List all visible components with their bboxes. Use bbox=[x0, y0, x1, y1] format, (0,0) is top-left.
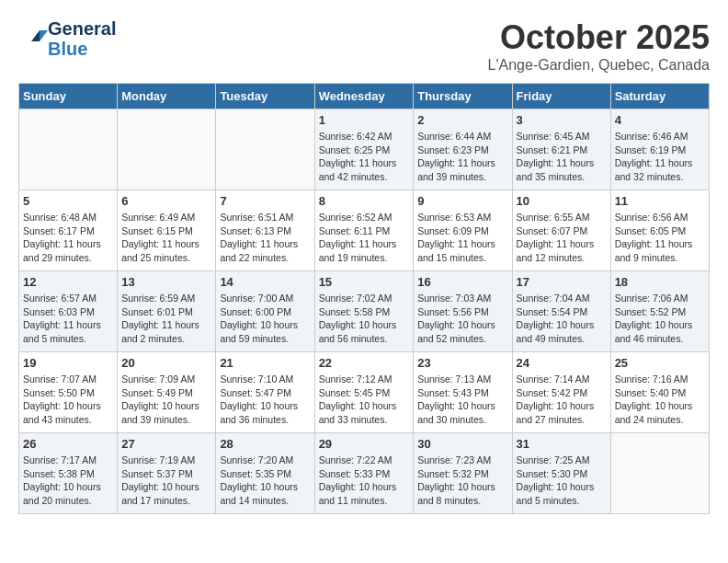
calendar-week-1: 1Sunrise: 6:42 AM Sunset: 6:25 PM Daylig… bbox=[19, 109, 710, 190]
calendar-cell: 26Sunrise: 7:17 AM Sunset: 5:38 PM Dayli… bbox=[19, 433, 118, 514]
weekday-header-sunday: Sunday bbox=[19, 84, 118, 109]
day-number: 6 bbox=[121, 194, 211, 208]
weekday-header-monday: Monday bbox=[118, 84, 216, 109]
day-info: Sunrise: 6:59 AM Sunset: 6:01 PM Dayligh… bbox=[121, 292, 211, 346]
calendar-cell: 8Sunrise: 6:52 AM Sunset: 6:11 PM Daylig… bbox=[314, 190, 414, 271]
calendar-cell: 10Sunrise: 6:55 AM Sunset: 6:07 PM Dayli… bbox=[512, 190, 610, 271]
day-info: Sunrise: 6:45 AM Sunset: 6:21 PM Dayligh… bbox=[517, 130, 607, 184]
calendar-cell: 16Sunrise: 7:03 AM Sunset: 5:56 PM Dayli… bbox=[414, 271, 512, 352]
day-info: Sunrise: 7:20 AM Sunset: 5:35 PM Dayligh… bbox=[220, 454, 310, 508]
calendar-cell: 1Sunrise: 6:42 AM Sunset: 6:25 PM Daylig… bbox=[314, 109, 414, 190]
calendar-cell: 29Sunrise: 7:22 AM Sunset: 5:33 PM Dayli… bbox=[314, 433, 414, 514]
calendar-cell: 14Sunrise: 7:00 AM Sunset: 6:00 PM Dayli… bbox=[216, 271, 314, 352]
logo-text-line2: Blue bbox=[48, 39, 116, 59]
day-number: 7 bbox=[220, 194, 310, 208]
calendar-cell: 6Sunrise: 6:49 AM Sunset: 6:15 PM Daylig… bbox=[118, 190, 216, 271]
day-info: Sunrise: 7:22 AM Sunset: 5:33 PM Dayligh… bbox=[319, 454, 410, 508]
calendar-cell: 21Sunrise: 7:10 AM Sunset: 5:47 PM Dayli… bbox=[216, 352, 314, 433]
day-number: 23 bbox=[417, 356, 507, 370]
day-number: 13 bbox=[121, 275, 211, 289]
logo-icon bbox=[20, 25, 48, 52]
day-info: Sunrise: 6:42 AM Sunset: 6:25 PM Dayligh… bbox=[319, 130, 410, 184]
calendar-cell bbox=[118, 109, 216, 190]
day-number: 3 bbox=[517, 113, 607, 127]
day-number: 26 bbox=[23, 437, 113, 451]
day-number: 28 bbox=[220, 437, 310, 451]
day-info: Sunrise: 7:04 AM Sunset: 5:54 PM Dayligh… bbox=[517, 292, 607, 346]
calendar-cell bbox=[610, 433, 709, 514]
day-number: 17 bbox=[517, 275, 607, 289]
calendar-cell bbox=[216, 109, 314, 190]
day-number: 21 bbox=[220, 356, 310, 370]
calendar-week-2: 5Sunrise: 6:48 AM Sunset: 6:17 PM Daylig… bbox=[19, 190, 710, 271]
calendar-cell: 12Sunrise: 6:57 AM Sunset: 6:03 PM Dayli… bbox=[19, 271, 118, 352]
day-number: 31 bbox=[517, 437, 607, 451]
svg-marker-1 bbox=[31, 30, 40, 41]
day-number: 2 bbox=[417, 113, 507, 127]
day-number: 22 bbox=[319, 356, 410, 370]
day-info: Sunrise: 7:16 AM Sunset: 5:40 PM Dayligh… bbox=[615, 373, 705, 427]
day-info: Sunrise: 6:57 AM Sunset: 6:03 PM Dayligh… bbox=[23, 292, 113, 346]
location-subtitle: L'Ange-Gardien, Quebec, Canada bbox=[488, 57, 710, 74]
day-info: Sunrise: 6:46 AM Sunset: 6:19 PM Dayligh… bbox=[615, 130, 705, 184]
calendar-table: SundayMondayTuesdayWednesdayThursdayFrid… bbox=[18, 83, 710, 514]
day-number: 8 bbox=[319, 194, 410, 208]
day-number: 29 bbox=[319, 437, 410, 451]
day-number: 18 bbox=[615, 275, 705, 289]
calendar-cell: 7Sunrise: 6:51 AM Sunset: 6:13 PM Daylig… bbox=[216, 190, 314, 271]
logo: General Blue bbox=[18, 18, 116, 59]
day-info: Sunrise: 6:48 AM Sunset: 6:17 PM Dayligh… bbox=[23, 211, 113, 265]
day-info: Sunrise: 7:02 AM Sunset: 5:58 PM Dayligh… bbox=[319, 292, 410, 346]
day-number: 12 bbox=[23, 275, 113, 289]
day-number: 27 bbox=[121, 437, 211, 451]
day-number: 4 bbox=[615, 113, 705, 127]
day-info: Sunrise: 7:19 AM Sunset: 5:37 PM Dayligh… bbox=[121, 454, 211, 508]
calendar-cell: 30Sunrise: 7:23 AM Sunset: 5:32 PM Dayli… bbox=[414, 433, 512, 514]
calendar-week-3: 12Sunrise: 6:57 AM Sunset: 6:03 PM Dayli… bbox=[19, 271, 710, 352]
calendar-cell: 25Sunrise: 7:16 AM Sunset: 5:40 PM Dayli… bbox=[610, 352, 709, 433]
day-number: 11 bbox=[615, 194, 705, 208]
day-info: Sunrise: 7:12 AM Sunset: 5:45 PM Dayligh… bbox=[319, 373, 410, 427]
day-info: Sunrise: 7:00 AM Sunset: 6:00 PM Dayligh… bbox=[220, 292, 310, 346]
title-area: October 2025 L'Ange-Gardien, Quebec, Can… bbox=[488, 18, 710, 74]
calendar-cell: 11Sunrise: 6:56 AM Sunset: 6:05 PM Dayli… bbox=[610, 190, 709, 271]
svg-marker-0 bbox=[40, 30, 48, 41]
day-number: 15 bbox=[319, 275, 410, 289]
day-info: Sunrise: 7:07 AM Sunset: 5:50 PM Dayligh… bbox=[23, 373, 113, 427]
calendar-cell: 4Sunrise: 6:46 AM Sunset: 6:19 PM Daylig… bbox=[610, 109, 709, 190]
weekday-header-thursday: Thursday bbox=[414, 84, 512, 109]
calendar-cell: 3Sunrise: 6:45 AM Sunset: 6:21 PM Daylig… bbox=[512, 109, 610, 190]
calendar-cell: 17Sunrise: 7:04 AM Sunset: 5:54 PM Dayli… bbox=[512, 271, 610, 352]
calendar-cell: 27Sunrise: 7:19 AM Sunset: 5:37 PM Dayli… bbox=[118, 433, 216, 514]
calendar-cell: 15Sunrise: 7:02 AM Sunset: 5:58 PM Dayli… bbox=[314, 271, 414, 352]
day-info: Sunrise: 6:55 AM Sunset: 6:07 PM Dayligh… bbox=[517, 211, 607, 265]
day-info: Sunrise: 7:17 AM Sunset: 5:38 PM Dayligh… bbox=[23, 454, 113, 508]
day-number: 14 bbox=[220, 275, 310, 289]
calendar-cell: 18Sunrise: 7:06 AM Sunset: 5:52 PM Dayli… bbox=[610, 271, 709, 352]
calendar-cell: 2Sunrise: 6:44 AM Sunset: 6:23 PM Daylig… bbox=[414, 109, 512, 190]
calendar-week-5: 26Sunrise: 7:17 AM Sunset: 5:38 PM Dayli… bbox=[19, 433, 710, 514]
day-info: Sunrise: 7:10 AM Sunset: 5:47 PM Dayligh… bbox=[220, 373, 310, 427]
weekday-header-wednesday: Wednesday bbox=[314, 84, 414, 109]
calendar-cell: 19Sunrise: 7:07 AM Sunset: 5:50 PM Dayli… bbox=[19, 352, 118, 433]
day-info: Sunrise: 7:23 AM Sunset: 5:32 PM Dayligh… bbox=[417, 454, 507, 508]
day-number: 5 bbox=[23, 194, 113, 208]
calendar-cell: 24Sunrise: 7:14 AM Sunset: 5:42 PM Dayli… bbox=[512, 352, 610, 433]
calendar-week-4: 19Sunrise: 7:07 AM Sunset: 5:50 PM Dayli… bbox=[19, 352, 710, 433]
page-header: General Blue October 2025 L'Ange-Gardien… bbox=[18, 18, 710, 74]
weekday-header-saturday: Saturday bbox=[610, 84, 709, 109]
day-number: 24 bbox=[517, 356, 607, 370]
day-info: Sunrise: 6:53 AM Sunset: 6:09 PM Dayligh… bbox=[417, 211, 507, 265]
day-info: Sunrise: 6:44 AM Sunset: 6:23 PM Dayligh… bbox=[417, 130, 507, 184]
calendar-cell: 31Sunrise: 7:25 AM Sunset: 5:30 PM Dayli… bbox=[512, 433, 610, 514]
day-info: Sunrise: 6:49 AM Sunset: 6:15 PM Dayligh… bbox=[121, 211, 211, 265]
day-info: Sunrise: 7:06 AM Sunset: 5:52 PM Dayligh… bbox=[615, 292, 705, 346]
day-info: Sunrise: 7:09 AM Sunset: 5:49 PM Dayligh… bbox=[121, 373, 211, 427]
day-info: Sunrise: 7:13 AM Sunset: 5:43 PM Dayligh… bbox=[417, 373, 507, 427]
calendar-cell: 9Sunrise: 6:53 AM Sunset: 6:09 PM Daylig… bbox=[414, 190, 512, 271]
weekday-header-friday: Friday bbox=[512, 84, 610, 109]
weekday-header-tuesday: Tuesday bbox=[216, 84, 314, 109]
day-number: 1 bbox=[319, 113, 410, 127]
day-info: Sunrise: 7:25 AM Sunset: 5:30 PM Dayligh… bbox=[517, 454, 607, 508]
day-number: 20 bbox=[121, 356, 211, 370]
